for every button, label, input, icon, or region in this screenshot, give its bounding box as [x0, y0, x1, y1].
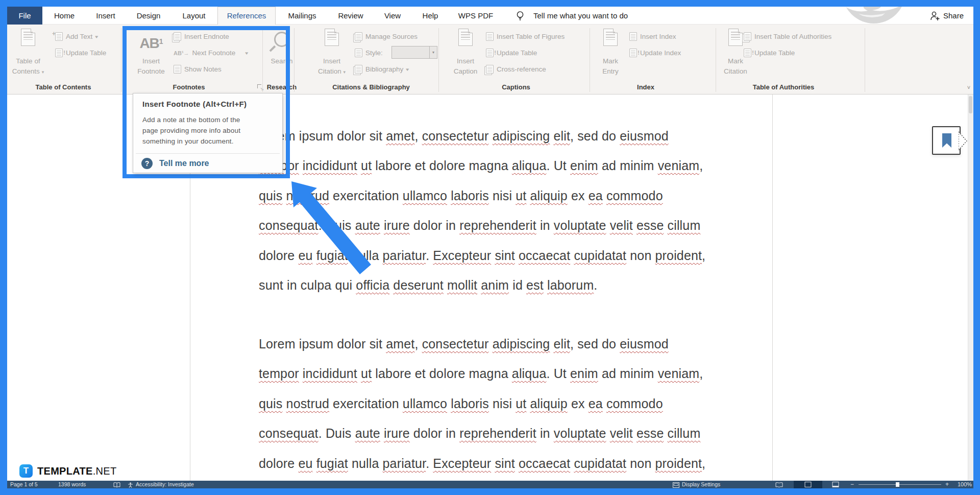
tab-review[interactable]: Review [338, 7, 363, 25]
lightbulb-icon [516, 11, 525, 21]
manage-sources-icon [355, 32, 362, 41]
share-button[interactable]: Share [929, 10, 972, 22]
tab-view[interactable]: View [384, 7, 401, 25]
update-index-button[interactable]: Update Index [629, 49, 681, 57]
style-dropdown[interactable]: ▾ [391, 46, 437, 59]
zoom-level[interactable]: 100% [958, 481, 972, 488]
text-label: Add Text [66, 33, 92, 40]
tell-me-box[interactable]: Tell me what you want to do [533, 7, 628, 25]
update-table-button[interactable]: Update Table [55, 49, 106, 57]
read-mode-icon[interactable] [775, 482, 783, 488]
insert-caption-icon [458, 29, 473, 46]
doc-line: tempor incididunt ut labore et dolore ma… [259, 359, 705, 388]
status-bar: Page 1 of 5 1398 words Accessibility: In… [7, 481, 973, 488]
share-label: Share [943, 10, 964, 22]
update-index-icon [629, 49, 637, 57]
bookmark-icon [942, 133, 952, 149]
group-label-index: Index [637, 83, 654, 91]
insert-table-of-authorities-button[interactable]: Insert Table of Authorities [744, 32, 831, 41]
update-table-toa-icon [744, 49, 751, 57]
vertical-scrollbar[interactable] [968, 95, 973, 481]
proofing-book-icon[interactable] [113, 482, 120, 488]
zoom-out-button[interactable]: − [850, 481, 854, 488]
tab-mailings[interactable]: Mailings [288, 7, 316, 25]
toc-icon [21, 29, 35, 46]
text-label: Insert Table of Authorities [754, 33, 831, 40]
manage-sources-button[interactable]: Manage Sources [355, 32, 418, 41]
mark-entry-button[interactable]: Mark Entry [603, 29, 618, 46]
doc-line: tempor incididunt ut labore et dolore ma… [259, 151, 705, 180]
text-label: Style: [365, 49, 383, 57]
text-label: Update Table [66, 49, 106, 57]
tab-references[interactable]: References [217, 7, 276, 25]
insert-index-icon [629, 32, 637, 41]
table-of-contents-button[interactable]: Table of Contents ▾ [21, 29, 35, 46]
mark-citation-button[interactable]: Mark Citation [728, 29, 743, 46]
tab-file[interactable]: File [7, 7, 42, 25]
group-separator [590, 28, 590, 92]
tab-home[interactable]: Home [54, 7, 75, 25]
web-layout-icon [832, 482, 839, 487]
add-text-button[interactable]: Add Text▾ [55, 32, 98, 41]
status-page[interactable]: Page 1 of 5 [10, 481, 38, 488]
text-label: Insert Index [640, 33, 676, 40]
zoom-slider-track[interactable] [859, 484, 941, 485]
scrollbar-thumb[interactable] [969, 96, 972, 113]
status-accessibility[interactable]: Accessibility: Investigate [136, 481, 194, 488]
status-display-settings[interactable]: Display Settings [682, 481, 720, 488]
text-label: Update Table [754, 49, 795, 57]
group-label-toc: Table of Contents [36, 83, 91, 91]
insert-index-button[interactable]: Insert Index [629, 32, 676, 41]
tell-me-more-link[interactable]: Tell me more [159, 159, 209, 168]
mark-citation-label-1: Mark [728, 57, 743, 66]
bibliography-button[interactable]: Bibliography▾ [355, 65, 409, 74]
print-layout-button[interactable] [794, 481, 822, 488]
insert-table-of-authorities-icon [744, 32, 751, 41]
tooltip-body: Add a note at the bottom of thepage prov… [142, 114, 240, 147]
doc-line: consequat. Duis aute irure dolor in repr… [259, 418, 705, 448]
group-separator [438, 28, 439, 92]
status-words[interactable]: 1398 words [58, 481, 86, 488]
insert-citation-button[interactable]: Insert Citation ▾ [325, 29, 339, 46]
tab-layout[interactable]: Layout [182, 7, 205, 25]
tab-insert[interactable]: Insert [96, 7, 115, 25]
zoom-in-button[interactable]: + [945, 481, 949, 488]
group-separator [716, 28, 716, 92]
help-question-icon: ? [141, 158, 153, 169]
insert-table-of-figures-button[interactable]: Insert Table of Figures [486, 32, 565, 41]
templatenet-logo: T [19, 464, 33, 478]
mark-citation-icon [728, 29, 743, 46]
bookmark-float-button[interactable] [932, 126, 961, 155]
callout-chevron-icon [959, 131, 969, 151]
group-separator [865, 28, 865, 92]
text-label: Bibliography [365, 65, 403, 73]
web-layout-button[interactable] [824, 481, 847, 488]
mark-entry-icon [603, 29, 618, 46]
text-label: Update Index [640, 49, 681, 57]
text-label: page providing more info about [142, 127, 240, 134]
update-table-captions-icon [486, 49, 494, 57]
update-table-captions-button[interactable]: Update Table [486, 49, 537, 57]
tab-design[interactable]: Design [137, 7, 161, 25]
word-window: File Home Insert Design Layout Reference… [7, 7, 973, 488]
update-table-toa-button[interactable]: Update Table [744, 49, 795, 57]
paragraph-1: Lorem ipsum dolor sit amet, consectetur … [259, 121, 705, 300]
style-label: Style: [355, 49, 383, 57]
tab-help[interactable]: Help [423, 7, 438, 25]
tab-wps-pdf[interactable]: WPS PDF [458, 7, 493, 25]
page-right-edge [772, 95, 773, 481]
zoom-slider-knob[interactable] [896, 482, 899, 487]
style-dropdown-caret: ▾ [429, 46, 437, 58]
mark-citation-label-2: Citation [724, 67, 747, 76]
doc-line: Lorem ipsum dolor sit amet, consectetur … [259, 329, 705, 359]
cross-reference-button[interactable]: Cross-reference [486, 65, 546, 74]
watermark-circle [832, 7, 906, 24]
group-label-captions: Captions [502, 83, 530, 91]
collapse-ribbon-icon[interactable]: ˅ [965, 83, 973, 91]
display-settings-icon[interactable] [673, 482, 679, 488]
text-label: something in your document. [142, 137, 234, 145]
group-label-toa: Table of Authorities [753, 83, 815, 91]
ribbon-tab-bar: File Home Insert Design Layout Reference… [7, 7, 973, 25]
accessibility-icon[interactable] [128, 482, 133, 488]
insert-caption-button[interactable]: Insert Caption [458, 29, 473, 46]
